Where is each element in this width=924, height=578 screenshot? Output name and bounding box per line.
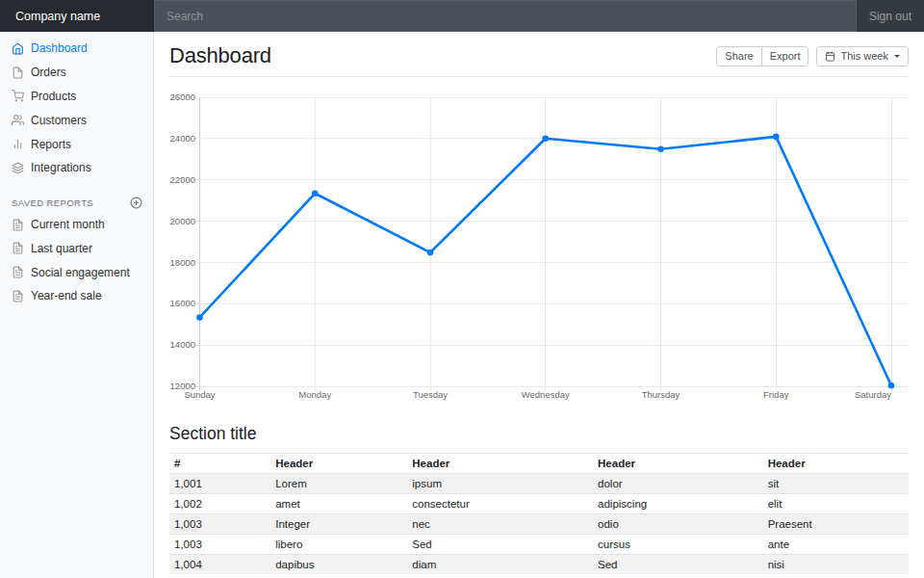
svg-text:Friday: Friday [763, 389, 789, 400]
saved-report-social-engagement[interactable]: Social engagement [0, 260, 154, 284]
section-title: Section title [169, 424, 909, 444]
table-cell: odio [593, 514, 763, 535]
file-icon [12, 66, 24, 79]
table-cell: diam [407, 555, 593, 575]
sidebar-item-products[interactable]: Products [0, 85, 154, 109]
chevron-down-icon [894, 55, 900, 61]
sidebar-item-orders[interactable]: Orders [0, 61, 154, 85]
svg-text:Thursday: Thursday [642, 389, 680, 400]
shopping-cart-icon [12, 90, 24, 102]
sidebar-item-label: Products [31, 90, 76, 103]
table-cell: elit [763, 494, 909, 514]
line-chart-svg: 1200014000160001800020000220002400026000… [169, 89, 909, 407]
file-text-icon [12, 290, 24, 302]
table-header-row: #HeaderHeaderHeaderHeader [169, 454, 909, 474]
bar-chart-icon [12, 138, 24, 150]
main-content: Dashboard Share Export This week 1200014… [154, 32, 924, 578]
table-row: 1,003liberoSedcursusante [169, 535, 909, 555]
sidebar-nav: Dashboard Orders Products Customers Repo… [0, 37, 154, 180]
table-cell: ante [763, 535, 909, 555]
sidebar-item-label: Customers [31, 114, 87, 127]
svg-text:16000: 16000 [170, 298, 195, 308]
column-header: Header [407, 454, 593, 474]
svg-text:Sunday: Sunday [184, 389, 215, 400]
saved-report-current-month[interactable]: Current month [0, 213, 154, 237]
page-header: Dashboard Share Export This week [169, 32, 909, 77]
table-row: 1,001Loremipsumdolorsit [169, 474, 909, 494]
column-header: Header [270, 454, 407, 474]
svg-text:Tuesday: Tuesday [413, 389, 448, 400]
table-cell: Lorem [270, 474, 407, 494]
table-cell: adipiscing [593, 494, 763, 514]
svg-text:14000: 14000 [170, 339, 195, 350]
sidebar-item-label: Integrations [31, 161, 91, 174]
file-text-icon [12, 242, 24, 254]
table-cell: cursus [593, 535, 763, 555]
search-input[interactable] [154, 0, 857, 32]
top-navbar: Company name Sign out [0, 0, 924, 32]
saved-report-label: Year-end sale [31, 289, 102, 302]
saved-reports-label: Saved reports [12, 197, 93, 208]
table-row: 1,002ametconsecteturadipiscingelit [169, 494, 909, 514]
saved-report-label: Last quarter [31, 242, 92, 255]
table-cell: nec [407, 514, 593, 535]
column-header: Header [593, 454, 763, 474]
plus-circle-icon[interactable] [130, 197, 142, 209]
table-row: 1,003IntegernecodioPraesent [169, 514, 909, 535]
saved-report-year-end-sale[interactable]: Year-end sale [0, 284, 154, 308]
period-dropdown-button[interactable]: This week [816, 46, 909, 66]
table-cell: 1,002 [169, 494, 270, 514]
table-cell: dapibus [270, 555, 407, 575]
svg-text:22000: 22000 [170, 174, 195, 185]
brand-link[interactable]: Company name [0, 0, 154, 32]
calendar-icon [825, 51, 835, 62]
home-icon [12, 42, 24, 55]
table-cell: ipsum [407, 474, 593, 494]
period-label: This week [840, 49, 888, 63]
table-cell: sit [763, 474, 909, 494]
table-cell: Sed [593, 555, 763, 575]
table-cell: dolor [593, 474, 763, 494]
saved-report-label: Social engagement [31, 266, 130, 279]
sidebar-item-customers[interactable]: Customers [0, 108, 154, 132]
data-table: #HeaderHeaderHeaderHeader 1,001Loremipsu… [169, 453, 909, 574]
table-cell: nisi [763, 555, 909, 575]
sidebar-item-reports[interactable]: Reports [0, 132, 154, 156]
table-cell: Praesent [763, 514, 909, 535]
file-text-icon [12, 219, 24, 231]
saved-reports-heading: Saved reports [0, 193, 154, 213]
saved-report-label: Current month [31, 218, 105, 231]
share-button[interactable]: Share [716, 46, 761, 66]
table-row: 1,004dapibusdiamSednisi [169, 555, 909, 575]
table-cell: 1,003 [169, 535, 270, 555]
column-header: Header [763, 454, 909, 474]
sidebar-item-dashboard[interactable]: Dashboard [0, 37, 154, 61]
svg-text:26000: 26000 [170, 92, 195, 102]
table-cell: Sed [407, 535, 593, 555]
svg-text:20000: 20000 [170, 216, 195, 226]
column-header: # [169, 454, 270, 474]
table-cell: 1,001 [169, 474, 270, 494]
sidebar-item-label: Dashboard [31, 41, 88, 55]
sidebar-item-integrations[interactable]: Integrations [0, 156, 154, 180]
saved-report-last-quarter[interactable]: Last quarter [0, 236, 154, 260]
table-cell: amet [270, 494, 407, 514]
sidebar-item-label: Orders [31, 66, 66, 79]
table-cell: Integer [270, 514, 407, 535]
layers-icon [12, 162, 24, 174]
sign-out-link[interactable]: Sign out [857, 0, 924, 32]
svg-text:Monday: Monday [298, 389, 331, 400]
table-cell: libero [270, 535, 407, 555]
weekly-line-chart: 1200014000160001800020000220002400026000… [169, 89, 909, 409]
export-button[interactable]: Export [761, 46, 809, 66]
svg-text:18000: 18000 [170, 257, 195, 268]
file-text-icon [12, 266, 24, 278]
svg-text:Saturday: Saturday [855, 389, 891, 400]
saved-reports-nav: Current month Last quarter Social engage… [0, 213, 154, 308]
table-cell: consectetur [407, 494, 593, 514]
svg-text:24000: 24000 [170, 133, 195, 144]
page-title: Dashboard [169, 43, 271, 68]
svg-text:Wednesday: Wednesday [522, 389, 570, 400]
sidebar: Dashboard Orders Products Customers Repo… [0, 32, 154, 578]
users-icon [12, 114, 24, 126]
